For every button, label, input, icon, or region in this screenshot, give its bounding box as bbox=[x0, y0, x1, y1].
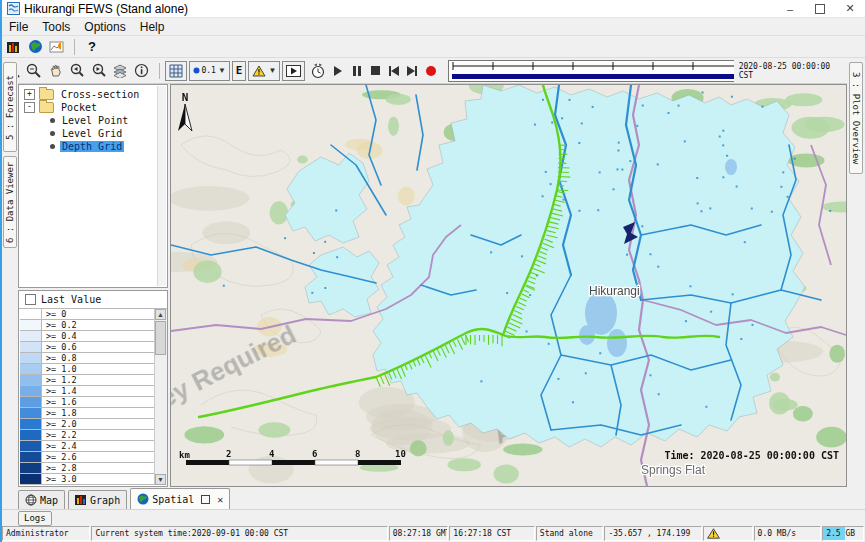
play-button[interactable] bbox=[329, 62, 348, 80]
time-slider-bar[interactable] bbox=[452, 74, 733, 79]
legend-scrollbar[interactable]: ▲ ▼ bbox=[154, 309, 167, 485]
panel-close-icon[interactable]: ✕ bbox=[217, 494, 223, 505]
spatial-display-icon[interactable] bbox=[46, 37, 68, 57]
grid-display-button[interactable] bbox=[165, 61, 187, 81]
data-display-icon[interactable] bbox=[2, 37, 24, 57]
status-warning[interactable] bbox=[703, 526, 753, 541]
right-tab-strip: 3 : Plot Overview bbox=[847, 58, 865, 487]
scale-tick: 6 bbox=[312, 449, 317, 459]
legend-color-swatch bbox=[20, 364, 42, 374]
tree-item-level-point[interactable]: Level Point bbox=[20, 114, 158, 126]
collapse-icon[interactable]: - bbox=[24, 102, 35, 113]
legend-row[interactable]: >= 0.8 bbox=[20, 353, 154, 364]
legend-row[interactable]: >= 2.2 bbox=[20, 430, 154, 441]
tab-map[interactable]: Map bbox=[18, 490, 65, 509]
tab-forecast[interactable]: 5 : Forecast bbox=[3, 62, 17, 152]
legend-row[interactable]: >= 1.2 bbox=[20, 375, 154, 386]
record-icon bbox=[426, 66, 436, 76]
legend-row[interactable]: >= 0.2 bbox=[20, 320, 154, 331]
last-value-checkbox[interactable] bbox=[25, 294, 36, 305]
legend-color-swatch bbox=[20, 342, 42, 352]
tab-data-viewer[interactable]: 6 : Data Viewer bbox=[3, 156, 17, 248]
tab-graph[interactable]: Graph bbox=[68, 490, 127, 509]
minimize-button[interactable]: – bbox=[775, 0, 805, 17]
next-icon bbox=[407, 66, 415, 76]
legend-row[interactable]: >= 1.6 bbox=[20, 397, 154, 408]
legend-color-swatch bbox=[20, 353, 42, 363]
tree-item-depth-grid[interactable]: Depth Grid bbox=[20, 140, 158, 152]
legend-row[interactable]: >= 2.4 bbox=[20, 441, 154, 452]
zoom-next-icon[interactable] bbox=[88, 61, 110, 81]
warning-dropdown[interactable]: ▼ bbox=[248, 61, 280, 81]
status-download-speed: 0.0 MB/s bbox=[754, 526, 822, 541]
legend-row[interactable]: >= 2.6 bbox=[20, 452, 154, 463]
menu-tools[interactable]: Tools bbox=[35, 19, 77, 35]
current-time-label: 2020-08-25 00:00:00 CST bbox=[739, 62, 847, 80]
last-frame-button[interactable] bbox=[403, 62, 422, 80]
scale-tick: 4 bbox=[269, 449, 275, 459]
menu-options[interactable]: Options bbox=[77, 19, 132, 35]
layers-icon[interactable] bbox=[110, 61, 132, 81]
menu-help[interactable]: Help bbox=[133, 19, 172, 35]
legend-row[interactable]: >= 1.0 bbox=[20, 364, 154, 375]
set-time-icon[interactable] bbox=[307, 61, 329, 81]
map-globe-icon[interactable] bbox=[24, 37, 46, 57]
tree-item-label: Level Point bbox=[60, 115, 130, 126]
layers-tree-panel: + Cross-section - Pocket Level Point Lev… bbox=[18, 84, 168, 288]
legend-threshold-label: >= 0.8 bbox=[42, 353, 77, 363]
label-threshold-dropdown[interactable]: 0.1 ▼ bbox=[189, 61, 229, 81]
animation-box-button[interactable] bbox=[282, 61, 305, 81]
folder-icon bbox=[39, 89, 54, 100]
pan-hand-icon[interactable] bbox=[45, 61, 67, 81]
legend-threshold-label: >= 0 bbox=[42, 309, 66, 319]
scroll-up-icon[interactable]: ▲ bbox=[155, 309, 166, 320]
logs-button[interactable]: Logs bbox=[18, 511, 52, 526]
maximize-button[interactable] bbox=[805, 0, 835, 17]
tree-item-cross-section[interactable]: + Cross-section bbox=[20, 88, 158, 100]
legend-threshold-label: >= 2.0 bbox=[42, 419, 77, 429]
info-icon[interactable] bbox=[131, 61, 153, 81]
menu-file[interactable]: File bbox=[2, 19, 35, 35]
legend-row[interactable]: >= 0.4 bbox=[20, 331, 154, 342]
legend-row[interactable]: >= 0.6 bbox=[20, 342, 154, 353]
record-button[interactable] bbox=[422, 62, 441, 80]
warning-icon bbox=[707, 528, 720, 539]
close-button[interactable]: ✕ bbox=[835, 0, 865, 17]
scroll-thumb[interactable] bbox=[155, 321, 166, 355]
scroll-down-icon[interactable]: ▼ bbox=[155, 474, 166, 485]
panel-restore-icon[interactable] bbox=[201, 495, 210, 504]
legend-threshold-label: >= 2.2 bbox=[42, 430, 77, 440]
tab-plot-overview[interactable]: 3 : Plot Overview bbox=[849, 62, 863, 174]
legend-row[interactable]: >= 1.8 bbox=[20, 408, 154, 419]
bullet-icon bbox=[50, 144, 55, 149]
bottom-tab-bar: Map Graph Spatial ✕ bbox=[2, 488, 865, 510]
title-bar: Hikurangi FEWS (Stand alone) – ✕ bbox=[2, 0, 865, 18]
legend-row[interactable]: >= 2.8 bbox=[20, 463, 154, 474]
expand-icon[interactable]: + bbox=[24, 89, 35, 100]
zoom-previous-icon[interactable] bbox=[67, 61, 89, 81]
north-label: N bbox=[182, 91, 189, 104]
tree-item-pocket[interactable]: - Pocket bbox=[20, 101, 158, 113]
legend-threshold-label: >= 1.2 bbox=[42, 375, 77, 385]
main-toolbar: ? bbox=[2, 36, 865, 58]
chevron-down-icon: ▼ bbox=[218, 66, 226, 75]
chevron-down-icon: ▼ bbox=[268, 66, 276, 75]
pause-button[interactable] bbox=[347, 62, 366, 80]
zoom-out-icon[interactable] bbox=[24, 61, 46, 81]
legend-row[interactable]: >= 2.0 bbox=[20, 419, 154, 430]
scale-tick: 2 bbox=[226, 449, 231, 459]
legend-row[interactable]: >= 3.0 bbox=[20, 474, 154, 485]
legend-row[interactable]: >= 1.4 bbox=[20, 386, 154, 397]
tree-scrollbar[interactable] bbox=[157, 86, 166, 286]
legend-threshold-label: >= 1.8 bbox=[42, 408, 77, 418]
legend-row[interactable]: >= 0 bbox=[20, 309, 154, 320]
tree-item-level-grid[interactable]: Level Grid bbox=[20, 127, 158, 139]
map-view[interactable]: API Key Required API Key Required bbox=[170, 84, 847, 487]
tab-spatial[interactable]: Spatial ✕ bbox=[130, 488, 230, 509]
time-slider[interactable] bbox=[448, 60, 733, 82]
legend-toggle-button[interactable]: E bbox=[232, 61, 247, 81]
help-button[interactable]: ? bbox=[81, 37, 103, 57]
tree-item-label: Cross-section bbox=[59, 89, 141, 100]
stop-button[interactable] bbox=[366, 62, 385, 80]
first-frame-button[interactable] bbox=[385, 62, 404, 80]
